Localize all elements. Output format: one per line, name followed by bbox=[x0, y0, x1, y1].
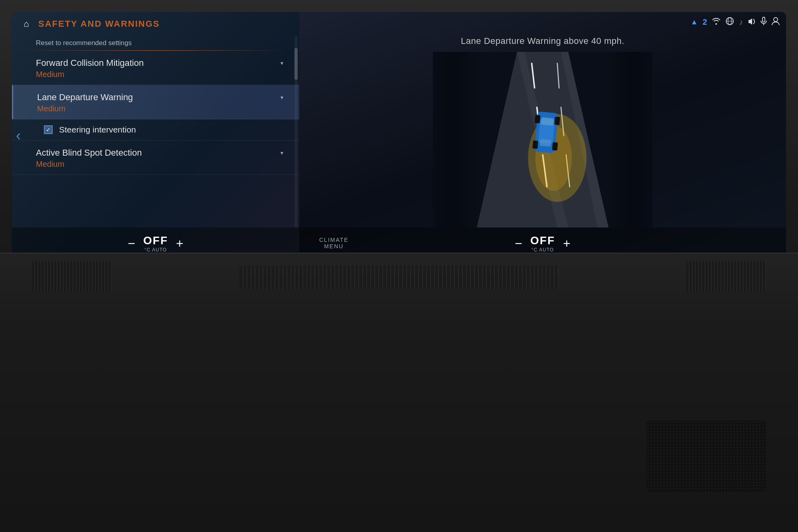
temp-display-left: OFF °C AUTO bbox=[143, 234, 168, 253]
speaker-grille bbox=[646, 420, 766, 492]
chevron-down-icon: ▾ bbox=[280, 60, 283, 66]
svg-rect-22 bbox=[535, 115, 541, 123]
home-button[interactable]: ⌂ bbox=[18, 16, 34, 32]
menu-item-value-lane-departure: Medium bbox=[37, 104, 291, 113]
spotify-icon: ♪ bbox=[739, 18, 743, 27]
dashboard-bottom bbox=[0, 253, 798, 532]
volume-icon bbox=[748, 18, 756, 27]
chevron-down-icon-blind: ▾ bbox=[280, 150, 283, 156]
speaker-dots bbox=[646, 420, 766, 492]
mic-icon bbox=[760, 17, 767, 28]
nav-up-icon: ▲ bbox=[691, 18, 698, 26]
sub-item-steering[interactable]: ✓ Steering intervention bbox=[12, 119, 299, 140]
temp-unit-left: °C AUTO bbox=[144, 247, 167, 253]
chevron-down-icon-lane: ▾ bbox=[280, 94, 283, 101]
scroll-thumb bbox=[294, 48, 298, 80]
checkmark-icon: ✓ bbox=[46, 127, 51, 133]
checkbox-steering[interactable]: ✓ bbox=[44, 125, 53, 134]
svg-rect-23 bbox=[554, 117, 560, 125]
svg-rect-24 bbox=[532, 140, 538, 149]
vent-left bbox=[32, 261, 112, 293]
section-title: SAFETY AND WARNINGS bbox=[38, 19, 160, 29]
svg-rect-3 bbox=[762, 17, 765, 22]
dashboard-frame: ‹ ⌂ SAFETY AND WARNINGS Reset to recomme… bbox=[0, 0, 798, 532]
vent-right bbox=[686, 261, 766, 293]
temp-minus-right[interactable]: − bbox=[515, 236, 522, 251]
top-bar: ⌂ SAFETY AND WARNINGS bbox=[12, 12, 299, 36]
svg-point-5 bbox=[774, 18, 778, 22]
menu-item-lane-departure[interactable]: Lane Departure Warning ▾ Medium bbox=[12, 85, 299, 119]
sub-item-label-steering: Steering intervention bbox=[59, 125, 136, 134]
temp-unit-right: °C AUTO bbox=[531, 247, 554, 253]
back-button[interactable]: ‹ bbox=[16, 127, 21, 144]
svg-rect-25 bbox=[552, 142, 558, 150]
viz-description: Lane Departure Warning above 40 mph. bbox=[299, 36, 786, 46]
menu-item-title-lane-departure: Lane Departure Warning ▾ bbox=[37, 92, 291, 103]
climate-menu-button[interactable]: CLIMATEMENU bbox=[319, 237, 349, 249]
menu-item-title-blind-spot: Active Blind Spot Detection ▾ bbox=[36, 148, 291, 158]
status-bar: ▲ 2 ♪ bbox=[691, 12, 786, 32]
temp-display-right: OFF °C AUTO bbox=[530, 234, 555, 253]
screen-container: ‹ ⌂ SAFETY AND WARNINGS Reset to recomme… bbox=[12, 12, 786, 259]
menu-item-title-forward-collision: Forward Collision Mitigation ▾ bbox=[36, 58, 291, 68]
status-num: 2 bbox=[703, 18, 707, 27]
temp-minus-left[interactable]: − bbox=[128, 236, 135, 251]
svg-rect-27 bbox=[608, 52, 652, 227]
road-viz bbox=[319, 52, 766, 227]
left-panel: ‹ ⌂ SAFETY AND WARNINGS Reset to recomme… bbox=[12, 12, 299, 259]
temp-plus-right[interactable]: + bbox=[563, 236, 571, 251]
temp-plus-left[interactable]: + bbox=[176, 236, 184, 251]
menu-item-forward-collision[interactable]: Forward Collision Mitigation ▾ Medium bbox=[12, 51, 299, 85]
scroll-bar[interactable] bbox=[294, 36, 298, 227]
temp-value-right: OFF bbox=[530, 234, 555, 247]
reset-link[interactable]: Reset to recommended settings bbox=[12, 36, 299, 50]
menu-item-value-forward-collision: Medium bbox=[36, 70, 291, 79]
wifi-icon bbox=[712, 18, 721, 27]
right-panel: ▲ 2 ♪ bbox=[299, 12, 786, 259]
globe-icon bbox=[725, 17, 734, 28]
user-icon bbox=[772, 17, 780, 28]
svg-rect-20 bbox=[541, 117, 554, 126]
svg-rect-26 bbox=[433, 52, 477, 227]
menu-item-blind-spot[interactable]: Active Blind Spot Detection ▾ Medium bbox=[12, 140, 299, 175]
vent-center bbox=[239, 265, 559, 289]
svg-rect-21 bbox=[539, 139, 551, 147]
menu-item-value-blind-spot: Medium bbox=[36, 160, 291, 169]
temp-value-left: OFF bbox=[143, 234, 168, 247]
